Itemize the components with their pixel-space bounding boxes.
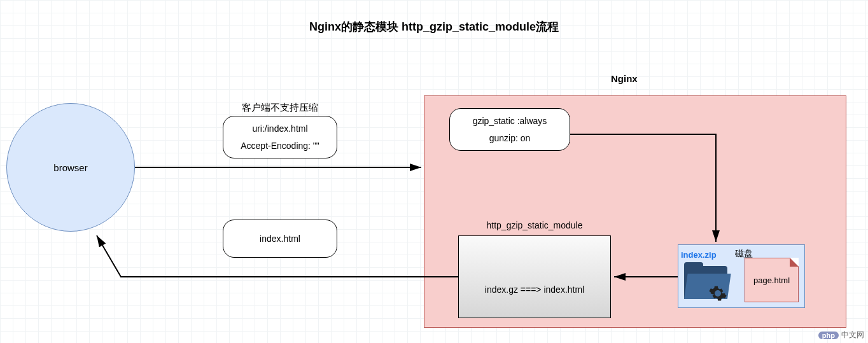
watermark: php 中文网 bbox=[818, 330, 864, 340]
request-accept-encoding: Accept-Encoding: "" bbox=[241, 137, 319, 155]
nginx-label: Nginx bbox=[611, 73, 638, 84]
page-file: page.html bbox=[745, 258, 799, 302]
watermark-text: 中文网 bbox=[841, 330, 864, 340]
browser-node: browser bbox=[6, 103, 135, 232]
folder-icon bbox=[684, 262, 729, 300]
module-label: http_gzip_static_module bbox=[458, 220, 611, 230]
config-gzip-static: gzip_static :always bbox=[473, 113, 547, 130]
disk-zip-label: index.zip bbox=[681, 250, 717, 260]
client-note: 客户端不支持压缩 bbox=[242, 102, 318, 114]
gear-icon bbox=[708, 284, 727, 303]
page-file-label: page.html bbox=[753, 276, 790, 285]
response-box: index.html bbox=[223, 220, 337, 258]
module-body: index.gz ===> index.html bbox=[485, 284, 584, 295]
watermark-php: php bbox=[818, 332, 839, 339]
diagram-title: Nginx的静态模块 http_gzip_static_module流程 bbox=[0, 19, 868, 34]
browser-label: browser bbox=[53, 162, 87, 173]
config-gunzip: gunzip: on bbox=[489, 130, 531, 147]
response-body: index.html bbox=[260, 230, 300, 248]
module-box: index.gz ===> index.html bbox=[458, 235, 611, 318]
request-box: uri:/index.html Accept-Encoding: "" bbox=[223, 116, 337, 158]
config-box: gzip_static :always gunzip: on bbox=[449, 108, 570, 151]
request-uri: uri:/index.html bbox=[252, 120, 307, 137]
